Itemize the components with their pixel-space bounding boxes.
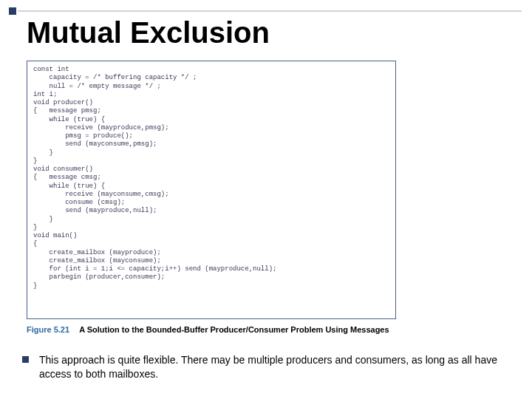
accent-square	[9, 7, 16, 15]
code-listing: const int capacity = /* buffering capaci…	[27, 61, 396, 319]
bullet-icon	[22, 356, 29, 363]
figure-caption: Figure 5.21 A Solution to the Bounded-Bu…	[27, 325, 389, 334]
accent-line	[18, 10, 522, 12]
bullet-text: This approach is quite flexible. There m…	[39, 353, 510, 381]
figure-caption-text: A Solution to the Bounded-Buffer Produce…	[79, 325, 389, 334]
bullet-item: This approach is quite flexible. There m…	[22, 353, 510, 381]
figure-number: Figure 5.21	[27, 325, 69, 334]
page-title: Mutual Exclusion	[27, 16, 270, 50]
